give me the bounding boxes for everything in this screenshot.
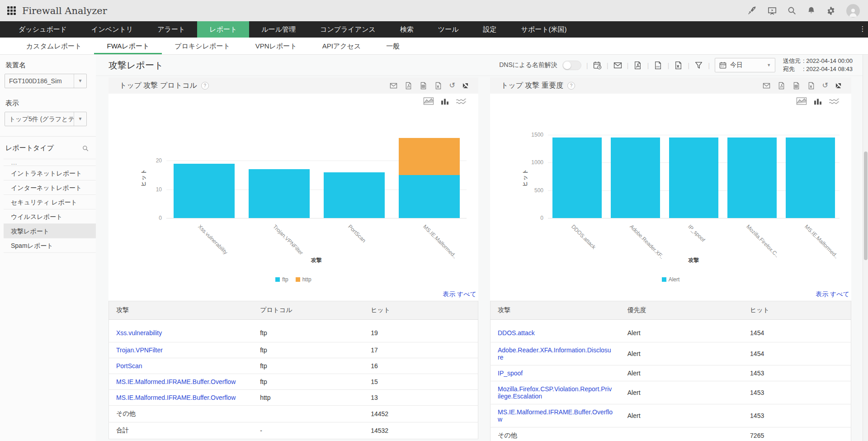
column-header[interactable]: プロトコル bbox=[253, 301, 363, 320]
nav-item[interactable]: 設定 bbox=[471, 21, 509, 38]
attack-detail-link[interactable]: MS.IE.Malformed.IFRAME.Buffer.Overflow bbox=[491, 404, 620, 427]
nav-item[interactable]: ダッシュボード bbox=[6, 21, 79, 38]
table-cell: 1454 bbox=[743, 342, 851, 365]
nav-item[interactable]: インベントリ bbox=[79, 21, 145, 38]
report-tab[interactable]: FWAレポート bbox=[94, 38, 162, 54]
bar-segment[interactable] bbox=[174, 164, 235, 218]
device-select[interactable]: FGT100D186_Sim ▼ bbox=[5, 74, 87, 88]
legend-item[interactable]: http bbox=[296, 276, 311, 283]
table-export-icon[interactable] bbox=[793, 82, 800, 90]
bar-segment[interactable] bbox=[249, 169, 310, 218]
vertical-scrollbar[interactable] bbox=[863, 55, 868, 441]
attack-detail-link[interactable]: DDOS.attack bbox=[491, 320, 620, 342]
email-icon[interactable] bbox=[390, 82, 397, 90]
report-type-item[interactable]: ウイルスレポート bbox=[4, 209, 96, 224]
area-chart-icon[interactable] bbox=[423, 97, 434, 108]
apps-grid-icon[interactable] bbox=[7, 6, 16, 15]
attack-detail-link[interactable]: Adobe.Reader.XFA.Information.Disclosure bbox=[491, 342, 620, 365]
attack-detail-link[interactable]: Trojan.VPNFilter bbox=[109, 342, 253, 358]
csv-export-icon[interactable] bbox=[654, 61, 662, 70]
report-type-item[interactable]: 攻撃レポート bbox=[4, 224, 96, 238]
nav-overflow-menu-icon[interactable]: ⋮ bbox=[857, 21, 868, 38]
bar-segment[interactable] bbox=[786, 138, 835, 218]
show-all-link[interactable]: 表示 すべて bbox=[443, 290, 476, 298]
bar-chart-icon[interactable] bbox=[813, 97, 823, 108]
attack-detail-link[interactable]: PortScan bbox=[109, 358, 253, 374]
refresh-icon[interactable]: ↺ bbox=[449, 82, 455, 89]
bar-segment[interactable] bbox=[399, 175, 460, 218]
legend-item[interactable]: ftp bbox=[275, 276, 288, 283]
pdf-export-icon[interactable] bbox=[778, 82, 785, 90]
report-type-item[interactable]: … bbox=[4, 159, 96, 166]
report-type-item[interactable]: Spamレポート bbox=[4, 238, 96, 253]
to-value: 2022-04-14 08:43 bbox=[806, 66, 853, 72]
rocket-icon[interactable] bbox=[748, 6, 757, 15]
report-type-item[interactable]: セキュリティ レポート bbox=[4, 195, 96, 209]
pdf-export-icon[interactable] bbox=[405, 82, 412, 90]
report-tab[interactable]: VPNレポート bbox=[243, 38, 310, 54]
table-cell: 14532 bbox=[363, 422, 478, 439]
bar-segment[interactable] bbox=[727, 138, 776, 218]
nav-item[interactable]: 検索 bbox=[388, 21, 426, 38]
nav-item[interactable]: ツール bbox=[426, 21, 471, 38]
pdf-export-icon[interactable] bbox=[633, 61, 642, 70]
bar-segment[interactable] bbox=[552, 138, 601, 218]
nav-item[interactable]: コンプライアンス bbox=[308, 21, 388, 38]
dns-toggle[interactable] bbox=[562, 61, 581, 70]
scrollbar-thumb[interactable] bbox=[864, 152, 868, 260]
filter-funnel-icon[interactable] bbox=[694, 61, 703, 70]
schedule-calendar-icon[interactable] bbox=[593, 61, 602, 70]
table-row: IP_spoofAlert1453 bbox=[491, 365, 851, 381]
report-tab[interactable]: プロキシレポート bbox=[162, 38, 242, 54]
display-select[interactable]: トップ5件 (グラフとテ... ▼ bbox=[5, 112, 87, 126]
report-tab[interactable]: 一般 bbox=[373, 38, 412, 54]
nav-item[interactable]: レポート bbox=[197, 21, 249, 38]
bar-segment[interactable] bbox=[399, 138, 460, 175]
nav-item[interactable]: サポート(米国) bbox=[509, 21, 579, 38]
table-export-icon[interactable] bbox=[420, 82, 427, 90]
column-header[interactable]: ヒット bbox=[363, 301, 478, 320]
area-chart-icon[interactable] bbox=[796, 97, 807, 108]
column-header[interactable]: 攻撃 bbox=[109, 301, 253, 320]
report-type-item[interactable]: イントラネットレポート bbox=[4, 166, 96, 180]
notifications-bell-icon[interactable] bbox=[807, 6, 816, 15]
show-all-link[interactable]: 表示 すべて bbox=[816, 290, 849, 298]
excel-export-icon[interactable] bbox=[674, 61, 683, 70]
line-chart-icon[interactable] bbox=[456, 97, 467, 108]
report-type-item[interactable]: インターネットレポート bbox=[4, 180, 96, 195]
resize-icon[interactable] bbox=[835, 83, 841, 89]
column-header[interactable]: 攻撃 bbox=[491, 301, 620, 320]
email-icon[interactable] bbox=[613, 61, 622, 70]
legend-item[interactable]: Alert bbox=[662, 276, 680, 283]
bar-segment[interactable] bbox=[324, 172, 385, 218]
report-type-search-icon[interactable] bbox=[82, 145, 89, 152]
excel-export-icon[interactable] bbox=[434, 82, 442, 90]
excel-export-icon[interactable] bbox=[807, 82, 815, 90]
attack-detail-link[interactable]: Mozilla.Firefox.CSP.Violation.Report.Pri… bbox=[491, 381, 620, 404]
attack-detail-link[interactable]: Xss.vulnerability bbox=[109, 320, 253, 342]
report-tab[interactable]: カスタムレポート bbox=[14, 38, 94, 54]
resize-icon[interactable] bbox=[462, 83, 468, 89]
attack-detail-link[interactable]: IP_spoof bbox=[491, 365, 620, 381]
date-range-select[interactable]: 今日 ▼ bbox=[715, 58, 775, 72]
help-icon[interactable]: ? bbox=[201, 82, 209, 90]
bar-chart-icon[interactable] bbox=[440, 97, 450, 108]
settings-gear-icon[interactable] bbox=[826, 6, 835, 15]
column-header[interactable]: ヒット bbox=[743, 301, 851, 320]
email-icon[interactable] bbox=[763, 82, 770, 90]
help-icon[interactable]: ? bbox=[567, 82, 575, 90]
column-header[interactable]: 優先度 bbox=[620, 301, 743, 320]
nav-item[interactable]: アラート bbox=[145, 21, 197, 38]
attack-detail-link[interactable]: MS.IE.Malformed.IFRAME.Buffer.Overflow bbox=[109, 374, 253, 390]
line-chart-icon[interactable] bbox=[829, 97, 840, 108]
bar-segment[interactable] bbox=[611, 138, 660, 218]
presentation-icon[interactable] bbox=[768, 6, 777, 15]
attack-detail-link[interactable]: MS.IE.Malformed.IFRAME.Buffer.Overflow bbox=[109, 390, 253, 406]
report-type-label: レポートタイプ bbox=[5, 144, 54, 152]
bar-segment[interactable] bbox=[669, 138, 718, 218]
user-avatar[interactable] bbox=[846, 4, 860, 18]
search-icon[interactable] bbox=[788, 6, 796, 15]
nav-item[interactable]: ルール管理 bbox=[249, 21, 308, 38]
report-tab[interactable]: APIアクセス bbox=[310, 38, 374, 54]
refresh-icon[interactable]: ↺ bbox=[822, 82, 828, 89]
